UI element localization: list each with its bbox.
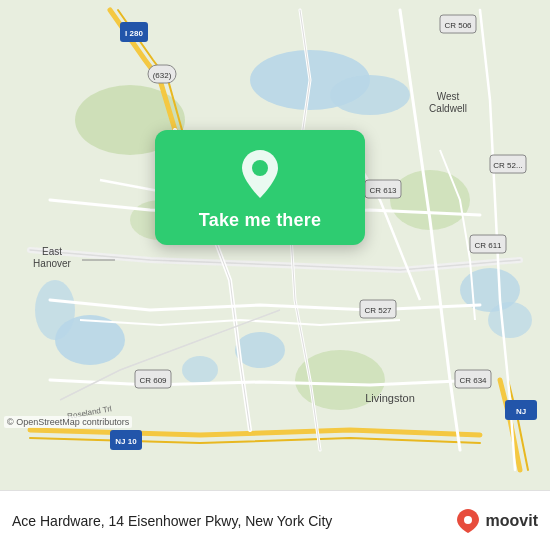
take-me-there-card[interactable]: Take me there (155, 130, 365, 245)
svg-text:(632): (632) (153, 71, 172, 80)
svg-text:NJ: NJ (516, 407, 526, 416)
svg-text:CR 634: CR 634 (459, 376, 487, 385)
svg-text:CR 613: CR 613 (369, 186, 397, 195)
svg-point-6 (182, 356, 218, 384)
svg-text:Hanover: Hanover (33, 258, 71, 269)
svg-point-8 (488, 302, 532, 338)
bottom-bar: Ace Hardware, 14 Eisenhower Pkwy, New Yo… (0, 490, 550, 550)
svg-point-43 (464, 516, 472, 524)
moovit-brand-label: moovit (486, 512, 538, 530)
svg-text:East: East (42, 246, 62, 257)
location-name: Ace Hardware, 14 Eisenhower Pkwy, New Yo… (12, 513, 332, 529)
svg-text:Livingston: Livingston (365, 392, 415, 404)
svg-point-4 (35, 280, 75, 340)
svg-text:I 280: I 280 (125, 29, 143, 38)
svg-text:CR 609: CR 609 (139, 376, 167, 385)
location-pin-icon (238, 148, 282, 200)
svg-text:CR 611: CR 611 (474, 241, 502, 250)
moovit-logo-icon (454, 507, 482, 535)
svg-point-5 (235, 332, 285, 368)
svg-text:CR 527: CR 527 (364, 306, 392, 315)
svg-text:NJ 10: NJ 10 (115, 437, 137, 446)
svg-point-42 (252, 160, 268, 176)
svg-text:West: West (437, 91, 460, 102)
map-container: I 280 (632) CR 506 CR 613 CR 52... CR 61… (0, 0, 550, 490)
svg-point-2 (330, 75, 410, 115)
moovit-logo: moovit (454, 507, 538, 535)
svg-text:CR 506: CR 506 (444, 21, 472, 30)
take-me-there-button[interactable]: Take me there (199, 210, 321, 231)
map-attribution: © OpenStreetMap contributors (4, 416, 132, 428)
svg-text:Caldwell: Caldwell (429, 103, 467, 114)
svg-text:CR 52...: CR 52... (493, 161, 522, 170)
location-info: Ace Hardware, 14 Eisenhower Pkwy, New Yo… (12, 512, 454, 530)
